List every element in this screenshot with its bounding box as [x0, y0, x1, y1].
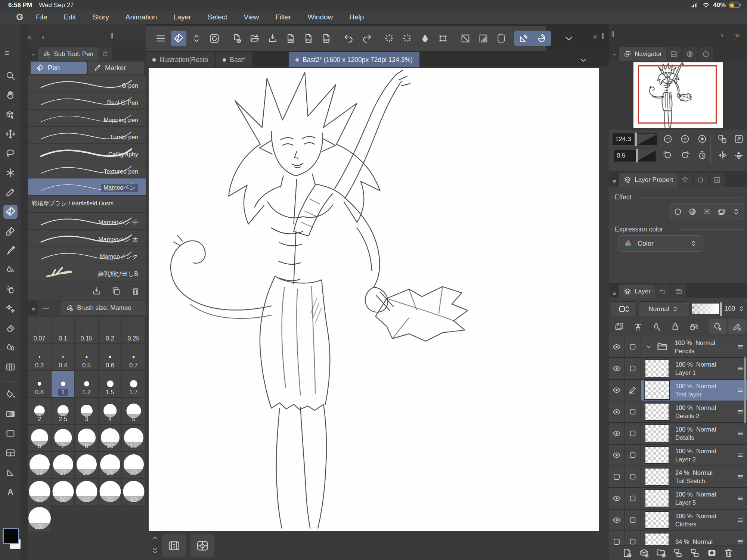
layer-row[interactable]: 24 % Normal Tail Sketch: [609, 466, 747, 488]
layer-row-menu-icon[interactable]: [736, 342, 745, 351]
mask-button[interactable]: [706, 547, 717, 559]
brush-size-0.5[interactable]: 0.5: [75, 344, 99, 371]
ruler-button[interactable]: [631, 320, 645, 333]
brush-item[interactable]: Mameoインク: [28, 247, 146, 264]
brush-size-15[interactable]: 15: [28, 452, 52, 479]
nav-scale-button[interactable]: [716, 132, 729, 146]
navigator-preview-area[interactable]: [609, 61, 747, 130]
file-png-button[interactable]: png: [301, 31, 316, 46]
fx-layers-button[interactable]: [717, 207, 726, 217]
mask-tab[interactable]: [694, 173, 709, 187]
stencil-button[interactable]: [650, 320, 663, 333]
subtool-tab-marker[interactable]: Marker: [88, 62, 144, 74]
rpanel-handle-icon[interactable]: ‖: [611, 30, 614, 39]
layer-row[interactable]: 100 % Normal Layer 5: [609, 488, 747, 510]
burst-button[interactable]: [399, 31, 415, 46]
nav-fit-button[interactable]: [695, 132, 709, 146]
decoration-tool[interactable]: [3, 302, 18, 316]
rpanel-arrow-icon[interactable]: ›: [721, 31, 723, 40]
brush-item[interactable]: Mameoペン 中: [28, 213, 146, 230]
brush-item[interactable]: 練乳飛び出しB: [28, 264, 146, 281]
merge-button[interactable]: [689, 547, 700, 559]
layer-panel-menu-icon[interactable]: ≡: [613, 290, 616, 297]
document-tab-3[interactable]: Bast2* (1600 x 1200px 72dpi 124.3%): [289, 52, 419, 67]
ruler-brush-button[interactable]: [534, 31, 549, 46]
brush-size-80[interactable]: 80: [122, 479, 146, 505]
brush-item[interactable]: Calligraphy: [28, 144, 146, 161]
fx-tone-button[interactable]: [688, 207, 697, 217]
text-tool[interactable]: A: [3, 485, 18, 499]
nav-plus-button[interactable]: [678, 132, 692, 146]
visibility-eye-icon[interactable]: [609, 336, 625, 357]
layer-thumbnail[interactable]: [645, 360, 669, 377]
pen-button[interactable]: [171, 31, 186, 46]
brush-size-4[interactable]: 4: [99, 398, 122, 425]
expand-up-icon[interactable]: [151, 533, 159, 542]
save-export-button[interactable]: [265, 31, 280, 46]
zoom-value[interactable]: 124.3: [613, 133, 657, 145]
tab-image[interactable]: [666, 47, 681, 61]
editing-pencil-icon[interactable]: [625, 380, 641, 401]
opacity-slider[interactable]: [692, 303, 723, 314]
brush-item[interactable]: Mameoペン: [28, 178, 146, 196]
new-layer-button[interactable]: [622, 547, 633, 559]
brush-size-0.1[interactable]: 0.1: [52, 317, 75, 344]
open-file-button[interactable]: [247, 31, 263, 46]
brush-size-2.5[interactable]: 2.5: [52, 398, 75, 425]
dis1-button[interactable]: [709, 319, 727, 334]
clip-button[interactable]: [613, 320, 626, 333]
layer-tab[interactable]: Layer: [619, 284, 655, 298]
bucket-tool[interactable]: [3, 388, 18, 402]
brush-item[interactable]: 練乳飛び出しA: [28, 281, 146, 282]
layer-row[interactable]: 100 % Normal Clothes: [609, 510, 747, 531]
brush-size-8[interactable]: 8: [75, 425, 99, 452]
menu-file[interactable]: File: [36, 13, 47, 21]
brush-size-1[interactable]: 1: [52, 371, 75, 398]
menu-select[interactable]: Select: [208, 13, 227, 21]
trash-button[interactable]: [723, 547, 734, 559]
file-psd-button[interactable]: psd: [319, 31, 334, 46]
brush-item[interactable]: Turnip pen: [28, 127, 146, 144]
brush-size-12[interactable]: 12: [122, 425, 146, 452]
layer-thumbnail[interactable]: [645, 381, 669, 399]
rot-ccw-button[interactable]: [661, 149, 675, 162]
navigator-view-box[interactable]: [638, 65, 717, 124]
brush-size-1.2[interactable]: 1.2: [75, 371, 99, 398]
opacity-slider-knob[interactable]: [719, 302, 723, 316]
brush-size-17[interactable]: 17: [52, 452, 75, 479]
layer-row-menu-icon[interactable]: [736, 364, 745, 373]
tab-globe[interactable]: [682, 47, 697, 61]
sel-line-button[interactable]: [458, 31, 473, 46]
visibility-eye-icon[interactable]: [609, 423, 625, 444]
bg-tab[interactable]: [710, 173, 725, 187]
brush-item[interactable]: Real G-Pen: [28, 93, 146, 110]
panel-split-tool[interactable]: [3, 446, 18, 460]
menu-view[interactable]: View: [244, 13, 259, 21]
layer-checkbox[interactable]: [625, 488, 641, 509]
sel-rect-button[interactable]: [493, 31, 509, 46]
layer-row[interactable]: 100 % Normal Pencils: [609, 336, 747, 358]
undo-tab[interactable]: [655, 284, 670, 298]
subtool-panel-menu-icon[interactable]: ≡: [32, 53, 35, 59]
menu-story[interactable]: Story: [92, 13, 109, 21]
layer-checkbox[interactable]: [625, 445, 641, 466]
clip-studio-logo-icon[interactable]: [14, 12, 25, 23]
layer-row-menu-icon[interactable]: [736, 472, 745, 481]
layer-row[interactable]: 34 % Normal: [609, 531, 747, 545]
rot-cw-button[interactable]: [678, 149, 692, 162]
frame-tool[interactable]: [3, 426, 18, 441]
brush-size-0.4[interactable]: 0.4: [52, 344, 75, 371]
layer-thumbnail[interactable]: [645, 403, 669, 421]
brush-size-70[interactable]: 70: [99, 479, 122, 505]
brush-size-0.2[interactable]: 0.2: [99, 317, 122, 344]
layer-row[interactable]: 100 % Normal Layer 2: [609, 445, 747, 466]
layer-checkbox[interactable]: [625, 466, 641, 487]
layer-thumbnail[interactable]: [645, 446, 669, 464]
canvas-area[interactable]: [146, 67, 609, 532]
brush-size-0.6[interactable]: 0.6: [99, 344, 122, 371]
brush-size-5[interactable]: 5: [122, 398, 146, 425]
layer-row-menu-icon[interactable]: [736, 494, 745, 503]
layer-row-menu-icon[interactable]: [736, 407, 745, 416]
subtool-refresh-tab[interactable]: [98, 47, 112, 61]
updown-button[interactable]: [731, 207, 741, 217]
